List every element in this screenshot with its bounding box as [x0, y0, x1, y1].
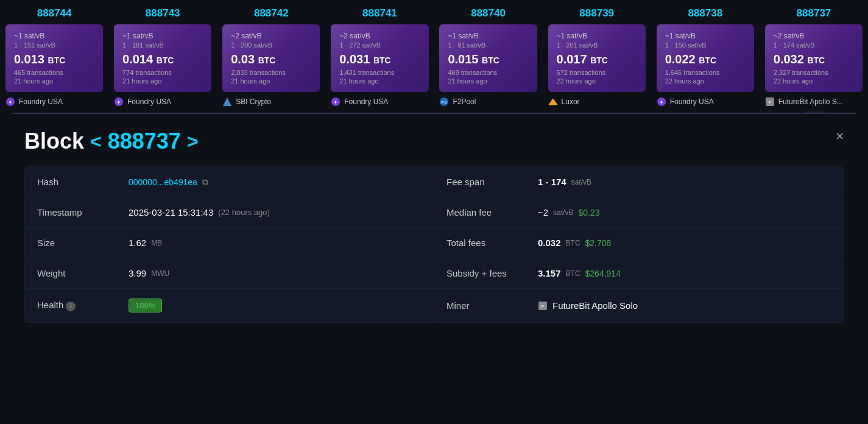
block-fee-range: 1 - 150 sat/vB: [665, 41, 746, 49]
block-time: 21 hours ago: [122, 77, 203, 85]
total-fees-unit: BTC: [566, 239, 580, 247]
detail-value: 0.032 BTC $2,708: [538, 238, 611, 248]
miner-icon: ✦: [657, 97, 666, 107]
detail-grid: Hash 000000...eb491ea ⧉ Fee span 1 - 174…: [24, 166, 844, 323]
subsidy-value: 3.157: [538, 268, 561, 278]
block-card-888738[interactable]: 888738 ~1 sat/vB 1 - 150 sat/vB 0.022 BT…: [651, 0, 760, 113]
block-fee-range: 1 - 200 sat/vB: [231, 41, 311, 49]
detail-label: Size: [37, 238, 116, 248]
block-card-888742[interactable]: 888742 ~2 sat/vB 1 - 200 sat/vB 0.03 BTC…: [217, 0, 325, 113]
detail-row-left-0: Hash 000000...eb491ea ⧉: [25, 167, 434, 197]
block-txs: 2,327 transactions: [774, 69, 854, 76]
block-card-888741[interactable]: 888741 ~2 sat/vB 1 - 272 sat/vB 0.031 BT…: [325, 0, 434, 113]
block-card-888739[interactable]: 888739 ~1 sat/vB 1 - 201 sat/vB 0.017 BT…: [543, 0, 651, 113]
median-fee-value: ~2: [538, 207, 548, 217]
block-miner: SBI Crypto: [222, 92, 320, 113]
block-btc: 0.03 BTC: [231, 52, 311, 66]
miner-name: Foundry USA: [127, 97, 171, 106]
block-txs: 774 transactions: [122, 69, 203, 76]
block-fee-rate: ~2 sat/vB: [231, 32, 311, 40]
detail-row-right-1: Median fee ~2 sat/vB $0.23: [434, 197, 843, 227]
block-miner: F2 F2Pool: [439, 92, 537, 113]
block-miner: ✦ Foundry USA: [5, 92, 103, 113]
prev-block-arrow[interactable]: <: [90, 130, 102, 153]
block-fee-rate: ~2 sat/vB: [774, 32, 854, 40]
block-card-888743[interactable]: 888743 ~1 sat/vB 1 - 181 sat/vB 0.014 BT…: [108, 0, 217, 113]
blocks-section: 888744 ~1 sat/vB 1 - 151 sat/vB 0.013 BT…: [0, 0, 868, 341]
block-txs: 1,646 transactions: [665, 69, 746, 76]
health-info-icon[interactable]: i: [66, 302, 76, 311]
block-number: 888737: [760, 0, 868, 24]
copy-hash-icon[interactable]: ⧉: [202, 177, 208, 187]
miner-icon: ✦: [5, 97, 15, 107]
block-fee-range: 1 - 151 sat/vB: [14, 41, 94, 49]
block-miner: ✦ Foundry USA: [657, 92, 754, 113]
block-number: 888743: [108, 0, 217, 24]
detail-row-left-3: Weight 3.99 MWU: [25, 258, 434, 288]
detail-label: Timestamp: [37, 207, 116, 217]
subsidy-usd: $264,914: [585, 269, 621, 278]
block-txs: 1,431 transactions: [339, 69, 420, 76]
weight-unit: MWU: [151, 269, 169, 278]
block-number: 888744: [0, 0, 108, 24]
block-card-888740[interactable]: 888740 ~1 sat/vB 1 - 91 sat/vB 0.015 BTC…: [434, 0, 543, 113]
next-block-arrow[interactable]: >: [187, 130, 199, 153]
block-inner: ~1 sat/vB 1 - 181 sat/vB 0.014 BTC 774 t…: [114, 24, 211, 92]
block-txs: 2,033 transactions: [231, 69, 311, 76]
block-card-888737[interactable]: 888737 ~2 sat/vB 1 - 174 sat/vB 0.032 BT…: [760, 0, 868, 113]
block-number: 888739: [543, 0, 651, 24]
detail-row-left-2: Size 1.62 MB: [25, 228, 434, 258]
block-txs: 469 transactions: [448, 69, 528, 76]
block-inner: ~1 sat/vB 1 - 150 sat/vB 0.022 BTC 1,646…: [657, 24, 754, 92]
block-fee-rate: ~1 sat/vB: [122, 32, 203, 40]
block-txs: 465 transactions: [14, 69, 94, 76]
miner-name: Foundry USA: [344, 97, 388, 106]
block-number: 888742: [217, 0, 325, 24]
detail-value: 000000...eb491ea ⧉: [129, 177, 208, 187]
detail-label: Miner: [446, 300, 526, 311]
hash-value[interactable]: 000000...eb491ea: [129, 177, 197, 187]
detail-value: ~2 sat/vB $0.23: [538, 207, 600, 217]
block-number: 888740: [434, 0, 543, 24]
detail-label: Hash: [37, 177, 116, 187]
block-inner: ~2 sat/vB 1 - 174 sat/vB 0.032 BTC 2,327…: [765, 24, 863, 92]
block-btc: 0.015 BTC: [448, 52, 528, 66]
detail-value: 100%: [129, 299, 162, 313]
block-time: 21 hours ago: [448, 77, 528, 85]
block-time: 22 hours ago: [665, 77, 746, 85]
close-button[interactable]: ×: [836, 129, 844, 144]
health-badge: 100%: [129, 299, 162, 313]
detail-miner-icon: F: [538, 301, 548, 311]
selected-block-number: 888737: [108, 129, 181, 154]
block-fee-range: 1 - 91 sat/vB: [448, 41, 528, 49]
blocks-row: 888744 ~1 sat/vB 1 - 151 sat/vB 0.013 BT…: [0, 0, 868, 113]
detail-label: Subsidy + fees: [446, 268, 526, 278]
svg-text:F: F: [768, 100, 771, 105]
block-fee-range: 1 - 272 sat/vB: [339, 41, 420, 49]
svg-text:✦: ✦: [333, 99, 338, 105]
block-detail-panel: Block < 888737 > × Hash 000000...eb491ea…: [0, 114, 868, 341]
block-fee-rate: ~1 sat/vB: [448, 32, 528, 40]
block-fee-range: 1 - 181 sat/vB: [122, 41, 203, 49]
svg-text:✦: ✦: [8, 99, 13, 105]
block-miner: ✦ Foundry USA: [331, 92, 428, 113]
miner-icon: F: [765, 97, 775, 107]
block-fee-rate: ~1 sat/vB: [665, 32, 746, 40]
total-fees-value: 0.032: [538, 238, 561, 248]
miner-icon: ✦: [331, 97, 340, 107]
block-card-888744[interactable]: 888744 ~1 sat/vB 1 - 151 sat/vB 0.013 BT…: [0, 0, 108, 113]
miner-icon: ✦: [114, 97, 124, 107]
block-btc: 0.022 BTC: [665, 52, 746, 66]
size-value: 1.62: [129, 238, 146, 248]
svg-text:✦: ✦: [659, 99, 664, 105]
detail-row-right-2: Total fees 0.032 BTC $2,708: [434, 228, 843, 258]
detail-value: F FutureBit Apollo Solo: [538, 300, 638, 311]
block-title-text: Block: [24, 129, 84, 154]
block-inner: ~2 sat/vB 1 - 272 sat/vB 0.031 BTC 1,431…: [331, 24, 428, 92]
median-fee-unit: sat/vB: [553, 208, 573, 217]
timestamp-ago: (22 hours ago): [218, 208, 270, 217]
block-miner: Luxor: [548, 92, 646, 113]
detail-value: 1 - 174 sat/vB: [538, 177, 591, 187]
detail-label: Total fees: [446, 238, 526, 248]
detail-label: Weight: [37, 268, 116, 278]
